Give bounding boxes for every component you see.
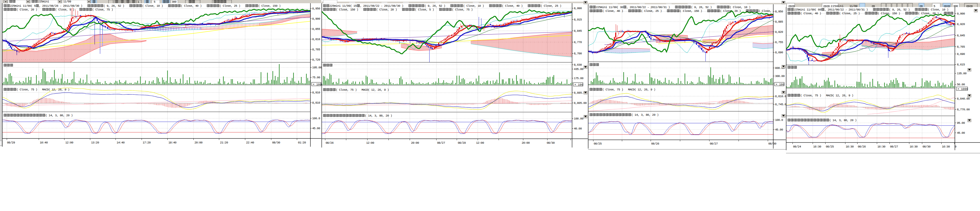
- svg-text:( Close, 40 ): ( Close, 40 ): [181, 4, 207, 8]
- svg-text:22:40: 22:40: [246, 141, 254, 144]
- svg-text:8,820: 8,820: [775, 30, 783, 34]
- svg-text:( Close, 75 ) MACD( 12, 26,: ( Close, 75 ) MACD( 12, 26, 9 ): [336, 88, 389, 91]
- svg-text:300: 300: [172, 0, 177, 3]
- svg-text:9,000: 9,000: [957, 12, 965, 15]
- svg-text:08/26: 08/26: [651, 142, 659, 145]
- svg-text:( Close, 150 ): ( Close, 150 ): [336, 8, 363, 11]
- svg-text:45.00: 45.00: [957, 131, 965, 134]
- svg-text:01:20: 01:20: [298, 141, 306, 144]
- svg-text:20:00: 20:00: [411, 141, 419, 144]
- svg-text:135.00: 135.00: [957, 72, 967, 75]
- svg-text:225mini 11/09( 60: 225mini 11/09( 60: [794, 8, 821, 11]
- svg-text:225mini 11/09( 30: 225mini 11/09( 30: [596, 6, 623, 9]
- svg-text:16:30: 16:30: [942, 145, 950, 148]
- svg-text:( 9, 26, 52 ): ( 9, 26, 52 ): [889, 8, 915, 11]
- svg-text:8,950: 8,950: [312, 7, 320, 10]
- svg-text:95.00: 95.00: [957, 121, 965, 125]
- svg-text:( Close, 10 ): ( Close, 10 ): [463, 4, 489, 8]
- svg-text:( Close, 75 ) MACD( 12, 26,: ( Close, 75 ) MACD( 12, 26, 9 ): [800, 94, 853, 97]
- svg-text:16:30: 16:30: [877, 145, 885, 148]
- svg-text:( Close, 10 ): ( Close, 10 ): [730, 6, 751, 9]
- svg-text:8,910: 8,910: [312, 91, 320, 94]
- svg-text:8,615: 8,615: [957, 63, 965, 66]
- svg-text:( 14, 3, 80, 20 ): ( 14, 3, 80, 20 ): [631, 113, 659, 117]
- svg-text:08/27: 08/27: [710, 142, 718, 145]
- svg-text:16:30: 16:30: [813, 145, 821, 148]
- svg-text:8,720: 8,720: [312, 58, 320, 61]
- svg-text:, 2011/08/26 - 2011/08/30 ): , 2011/08/26 - 2011/08/30 ): [39, 4, 87, 8]
- svg-text:20:00: 20:00: [522, 141, 530, 144]
- svg-text:08/29: 08/29: [7, 141, 15, 144]
- svg-text:17:20: 17:20: [143, 141, 151, 144]
- svg-text:( Close, 10 ): ( Close, 10 ): [928, 8, 948, 11]
- svg-text:8,810: 8,810: [312, 38, 320, 41]
- svg-text:14:40: 14:40: [116, 141, 125, 144]
- svg-text:( Close, 5 ): ( Close, 5 ): [55, 8, 79, 11]
- svg-text:( Close, 20 ): ( Close, 20 ): [16, 8, 42, 11]
- svg-text:, 2011/08/22 - 2011/08/31 ): , 2011/08/22 - 2011/08/31 ): [627, 6, 675, 9]
- svg-text:195.00: 195.00: [312, 66, 322, 69]
- svg-text:08/27: 08/27: [437, 141, 445, 144]
- svg-text:( Close, 150 ): ( Close, 150 ): [680, 10, 707, 13]
- svg-text:8,900: 8,900: [312, 17, 320, 21]
- svg-text:( 14, 3, 80, 20 ): ( 14, 3, 80, 20 ): [45, 114, 73, 117]
- svg-text:08/30: 08/30: [768, 142, 776, 145]
- svg-text:08/29: 08/29: [458, 141, 466, 144]
- svg-text:11/09: 11/09: [63, 0, 71, 3]
- svg-text:8,700: 8,700: [574, 52, 582, 55]
- svg-text:08/30: 08/30: [272, 141, 280, 144]
- svg-text:12:00: 12:00: [366, 141, 374, 144]
- svg-text:8,950: 8,950: [775, 10, 783, 13]
- svg-text:8,765: 8,765: [312, 48, 320, 51]
- svg-text:8,690: 8,690: [775, 51, 783, 54]
- svg-text:100.0: 100.0: [775, 118, 783, 121]
- svg-text:18:40: 18:40: [169, 141, 177, 144]
- svg-text:225mini 11/09( 5: 225mini 11/09( 5: [10, 4, 36, 8]
- svg-text:8,770: 8,770: [574, 41, 582, 44]
- svg-text:8,755: 8,755: [775, 41, 783, 44]
- svg-text:( Close, 5 ): ( Close, 5 ): [415, 8, 439, 11]
- svg-text:435.00: 435.00: [574, 67, 584, 71]
- svg-text:16:30: 16:30: [910, 145, 918, 148]
- svg-text:8,915: 8,915: [574, 18, 582, 21]
- svg-text:( 9, 26, 52 ): ( 9, 26, 52 ): [425, 4, 450, 8]
- svg-text:5: 5: [154, 0, 156, 3]
- svg-text:40.00: 40.00: [574, 127, 582, 130]
- svg-text:8,885: 8,885: [775, 20, 783, 23]
- svg-text:( Close, 20 ): ( Close, 20 ): [918, 12, 944, 15]
- svg-text:45.00: 45.00: [312, 127, 320, 130]
- svg-text:( Close, 20 ): ( Close, 20 ): [720, 10, 746, 13]
- svg-text:08/24: 08/24: [793, 145, 801, 148]
- svg-text:8,805.00: 8,805.00: [574, 101, 587, 105]
- svg-text:100.00: 100.00: [574, 117, 584, 120]
- svg-text:8,630: 8,630: [574, 63, 582, 67]
- svg-text:12:00: 12:00: [65, 141, 73, 144]
- svg-text:, 2011/08/22 - 2011/08/30 ): , 2011/08/22 - 2011/08/30 ): [360, 4, 408, 8]
- svg-text:( Close, 75 ) MACD( 12, 26,: ( Close, 75 ) MACD( 12, 26, 9 ): [16, 88, 70, 91]
- svg-text:08/25: 08/25: [594, 142, 602, 145]
- svg-text:( 9, 26, 52 ): ( 9, 26, 52 ): [691, 6, 717, 9]
- svg-text:× 1000: × 1000: [958, 88, 968, 91]
- svg-text:( Close, 40 ): ( Close, 40 ): [502, 4, 528, 8]
- svg-text:225mini: 225mini: [38, 0, 49, 3]
- svg-text:16:30: 16:30: [846, 145, 854, 148]
- svg-text:( Close, 40 ): ( Close, 40 ): [800, 12, 826, 15]
- svg-text:8,765: 8,765: [957, 45, 965, 48]
- svg-text:8,810: 8,810: [312, 101, 320, 104]
- svg-text:21:20: 21:20: [220, 141, 228, 144]
- svg-text:8,920: 8,920: [957, 22, 965, 26]
- svg-text:8,690: 8,690: [957, 53, 965, 56]
- svg-text:225mini 11/09( 15: 225mini 11/09( 15: [329, 4, 357, 8]
- svg-text:( 14, 3, 80, 20 ): ( 14, 3, 80, 20 ): [365, 114, 392, 117]
- svg-text:8,990: 8,990: [574, 7, 582, 10]
- svg-text:( Close, 25 ): ( Close, 25 ): [839, 12, 865, 15]
- svg-text:8,770.00: 8,770.00: [957, 108, 970, 111]
- svg-text:( 9, 26, 52 ): ( 9, 26, 52 ): [103, 4, 129, 8]
- svg-text:10:40: 10:40: [40, 141, 48, 144]
- svg-text:( Close, 25 ): ( Close, 25 ): [220, 4, 245, 8]
- svg-text:( Close, 150 ): ( Close, 150 ): [258, 4, 281, 8]
- svg-text:( 14, 3, 80, 20 ): ( 14, 3, 80, 20 ): [829, 119, 857, 122]
- svg-text:× 100: × 100: [776, 83, 784, 86]
- svg-text:08/26: 08/26: [858, 145, 866, 148]
- svg-text:8,845: 8,845: [957, 34, 965, 37]
